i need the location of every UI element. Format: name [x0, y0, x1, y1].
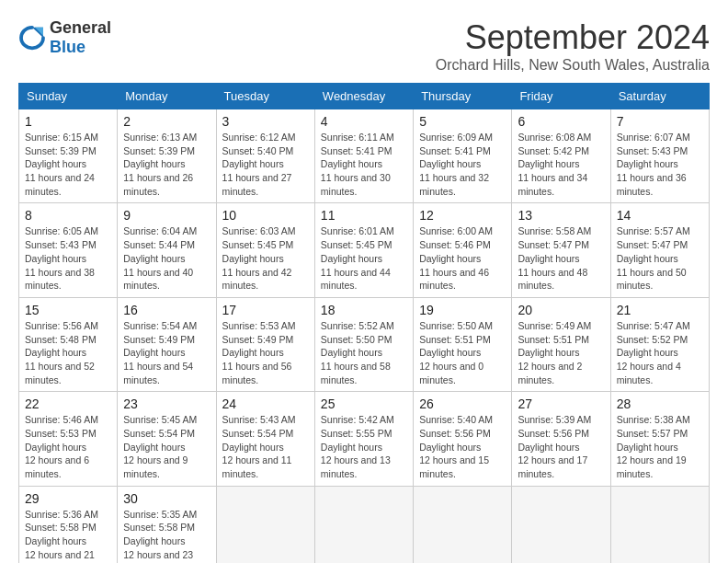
calendar-day-cell: 19 Sunrise: 5:50 AM Sunset: 5:51 PM Dayl…: [414, 297, 512, 391]
day-info: Sunrise: 5:45 AM Sunset: 5:54 PM Dayligh…: [123, 413, 210, 480]
calendar-day-cell: 25 Sunrise: 5:42 AM Sunset: 5:55 PM Dayl…: [314, 392, 413, 486]
calendar-day-cell: 6 Sunrise: 6:08 AM Sunset: 5:42 PM Dayli…: [512, 109, 610, 203]
day-info: Sunrise: 5:46 AM Sunset: 5:53 PM Dayligh…: [25, 413, 111, 480]
calendar-day-cell: 23 Sunrise: 5:45 AM Sunset: 5:54 PM Dayl…: [118, 392, 216, 486]
calendar-day-cell: 1 Sunrise: 6:15 AM Sunset: 5:39 PM Dayli…: [19, 109, 118, 203]
month-title: September 2024: [436, 18, 710, 57]
calendar-day-cell: [610, 486, 709, 563]
day-number: 23: [123, 396, 210, 411]
calendar-day-cell: 28 Sunrise: 5:38 AM Sunset: 5:57 PM Dayl…: [610, 392, 709, 486]
calendar-day-cell: 18 Sunrise: 5:52 AM Sunset: 5:50 PM Dayl…: [314, 297, 413, 391]
calendar-week-row: 1 Sunrise: 6:15 AM Sunset: 5:39 PM Dayli…: [19, 109, 710, 203]
col-friday: Friday: [512, 84, 610, 109]
title-area: September 2024 Orchard Hills, New South …: [436, 18, 710, 74]
calendar-day-cell: 7 Sunrise: 6:07 AM Sunset: 5:43 PM Dayli…: [610, 109, 709, 203]
day-number: 22: [25, 396, 111, 411]
day-info: Sunrise: 5:58 AM Sunset: 5:47 PM Dayligh…: [518, 224, 604, 292]
calendar-day-cell: 15 Sunrise: 5:56 AM Sunset: 5:48 PM Dayl…: [19, 297, 118, 391]
day-info: Sunrise: 6:08 AM Sunset: 5:42 PM Dayligh…: [518, 131, 604, 198]
day-number: 17: [222, 303, 309, 317]
calendar-table: Sunday Monday Tuesday Wednesday Thursday…: [18, 83, 710, 563]
day-info: Sunrise: 5:38 AM Sunset: 5:57 PM Dayligh…: [617, 413, 703, 480]
day-info: Sunrise: 5:54 AM Sunset: 5:49 PM Dayligh…: [123, 319, 210, 386]
day-info: Sunrise: 5:57 AM Sunset: 5:47 PM Dayligh…: [617, 224, 703, 292]
day-info: Sunrise: 6:12 AM Sunset: 5:40 PM Dayligh…: [222, 131, 309, 198]
calendar-day-cell: 26 Sunrise: 5:40 AM Sunset: 5:56 PM Dayl…: [414, 392, 512, 486]
day-number: 25: [321, 396, 407, 411]
calendar-day-cell: [314, 486, 413, 563]
calendar-day-cell: 30 Sunrise: 5:35 AM Sunset: 5:58 PM Dayl…: [118, 486, 216, 563]
day-number: 11: [321, 208, 407, 223]
calendar-day-cell: 12 Sunrise: 6:00 AM Sunset: 5:46 PM Dayl…: [414, 203, 512, 297]
calendar-day-cell: [414, 486, 512, 563]
calendar-week-row: 22 Sunrise: 5:46 AM Sunset: 5:53 PM Dayl…: [19, 392, 710, 486]
logo-general: General: [50, 18, 111, 37]
day-info: Sunrise: 6:05 AM Sunset: 5:43 PM Dayligh…: [25, 224, 111, 292]
day-info: Sunrise: 6:07 AM Sunset: 5:43 PM Dayligh…: [617, 131, 703, 198]
day-info: Sunrise: 6:03 AM Sunset: 5:45 PM Dayligh…: [222, 224, 309, 292]
day-number: 19: [419, 303, 506, 317]
day-number: 10: [222, 208, 309, 223]
logo-blue: Blue: [50, 38, 85, 56]
logo: General Blue: [18, 18, 111, 57]
day-info: Sunrise: 6:04 AM Sunset: 5:44 PM Dayligh…: [123, 224, 210, 292]
day-number: 27: [518, 396, 604, 411]
calendar-day-cell: 10 Sunrise: 6:03 AM Sunset: 5:45 PM Dayl…: [216, 203, 314, 297]
day-info: Sunrise: 5:36 AM Sunset: 5:58 PM Dayligh…: [25, 508, 111, 563]
day-info: Sunrise: 6:11 AM Sunset: 5:41 PM Dayligh…: [321, 131, 407, 198]
day-number: 7: [617, 114, 703, 129]
calendar-day-cell: 3 Sunrise: 6:12 AM Sunset: 5:40 PM Dayli…: [216, 109, 314, 203]
day-number: 24: [222, 396, 309, 411]
day-number: 4: [321, 114, 407, 129]
day-info: Sunrise: 6:00 AM Sunset: 5:46 PM Dayligh…: [419, 224, 506, 292]
col-wednesday: Wednesday: [314, 84, 413, 109]
day-number: 18: [321, 303, 407, 317]
day-number: 14: [617, 208, 703, 223]
day-number: 3: [222, 114, 309, 129]
day-number: 6: [518, 114, 604, 129]
day-number: 20: [518, 303, 604, 317]
day-info: Sunrise: 6:01 AM Sunset: 5:45 PM Dayligh…: [321, 224, 407, 292]
calendar-day-cell: 13 Sunrise: 5:58 AM Sunset: 5:47 PM Dayl…: [512, 203, 610, 297]
day-info: Sunrise: 5:47 AM Sunset: 5:52 PM Dayligh…: [617, 319, 703, 386]
day-info: Sunrise: 5:49 AM Sunset: 5:51 PM Dayligh…: [518, 319, 604, 386]
day-number: 29: [25, 491, 111, 506]
day-info: Sunrise: 5:43 AM Sunset: 5:54 PM Dayligh…: [222, 413, 309, 480]
location-title: Orchard Hills, New South Wales, Australi…: [436, 57, 710, 74]
calendar-week-row: 8 Sunrise: 6:05 AM Sunset: 5:43 PM Dayli…: [19, 203, 710, 297]
day-info: Sunrise: 5:52 AM Sunset: 5:50 PM Dayligh…: [321, 319, 407, 386]
day-number: 30: [123, 491, 210, 506]
day-number: 13: [518, 208, 604, 223]
calendar-week-row: 15 Sunrise: 5:56 AM Sunset: 5:48 PM Dayl…: [19, 297, 710, 391]
day-info: Sunrise: 5:56 AM Sunset: 5:48 PM Dayligh…: [25, 319, 111, 386]
calendar-day-cell: 21 Sunrise: 5:47 AM Sunset: 5:52 PM Dayl…: [610, 297, 709, 391]
calendar-header-row: Sunday Monday Tuesday Wednesday Thursday…: [19, 84, 710, 109]
day-info: Sunrise: 6:13 AM Sunset: 5:39 PM Dayligh…: [123, 131, 210, 198]
col-tuesday: Tuesday: [216, 84, 314, 109]
day-number: 28: [617, 396, 703, 411]
day-info: Sunrise: 5:53 AM Sunset: 5:49 PM Dayligh…: [222, 319, 309, 386]
calendar-day-cell: 22 Sunrise: 5:46 AM Sunset: 5:53 PM Dayl…: [19, 392, 118, 486]
calendar-day-cell: 24 Sunrise: 5:43 AM Sunset: 5:54 PM Dayl…: [216, 392, 314, 486]
calendar-day-cell: 9 Sunrise: 6:04 AM Sunset: 5:44 PM Dayli…: [118, 203, 216, 297]
calendar-day-cell: 5 Sunrise: 6:09 AM Sunset: 5:41 PM Dayli…: [414, 109, 512, 203]
logo-icon: [18, 24, 46, 52]
calendar-day-cell: 2 Sunrise: 6:13 AM Sunset: 5:39 PM Dayli…: [118, 109, 216, 203]
calendar-day-cell: 17 Sunrise: 5:53 AM Sunset: 5:49 PM Dayl…: [216, 297, 314, 391]
day-info: Sunrise: 5:40 AM Sunset: 5:56 PM Dayligh…: [419, 413, 506, 480]
day-number: 9: [123, 208, 210, 223]
day-number: 5: [419, 114, 506, 129]
day-number: 21: [617, 303, 703, 317]
calendar-day-cell: [216, 486, 314, 563]
calendar-day-cell: 27 Sunrise: 5:39 AM Sunset: 5:56 PM Dayl…: [512, 392, 610, 486]
day-number: 15: [25, 303, 111, 317]
col-sunday: Sunday: [19, 84, 118, 109]
day-number: 2: [123, 114, 210, 129]
calendar-day-cell: [512, 486, 610, 563]
col-saturday: Saturday: [610, 84, 709, 109]
day-number: 12: [419, 208, 506, 223]
day-number: 8: [25, 208, 111, 223]
day-number: 16: [123, 303, 210, 317]
day-number: 1: [25, 114, 111, 129]
calendar-week-row: 29 Sunrise: 5:36 AM Sunset: 5:58 PM Dayl…: [19, 486, 710, 563]
